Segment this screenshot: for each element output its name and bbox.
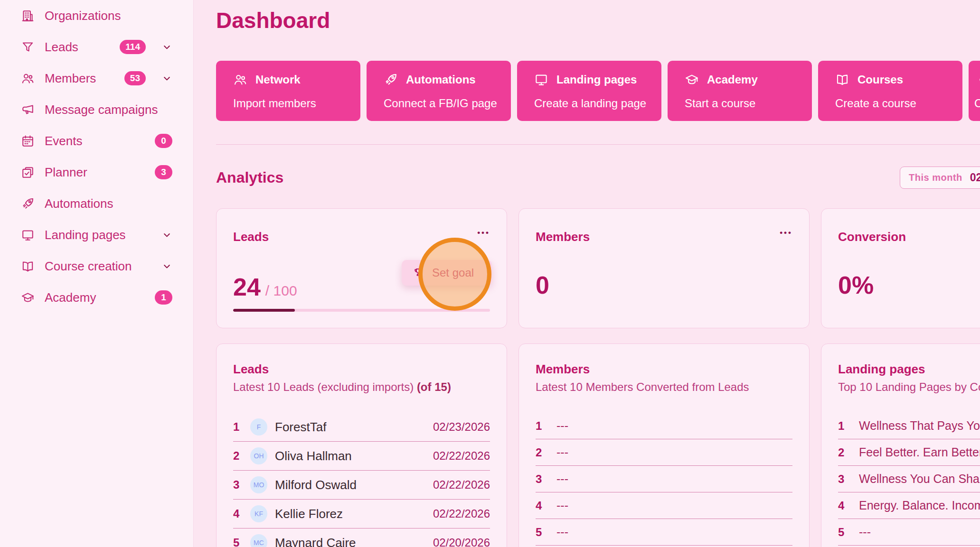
sidebar-item-message-campaigns[interactable]: Message campaigns: [0, 94, 193, 125]
table-row[interactable]: 5MCMaynard Caire02/20/2026: [233, 528, 490, 547]
sidebar-item-label: Message campaigns: [45, 102, 158, 117]
sidebar-item-automations[interactable]: Automations: [0, 188, 193, 219]
analytics-section-title: Analytics: [216, 169, 283, 186]
row-number: 1: [838, 419, 852, 433]
list-subtitle: Latest 10 Leads (excluding imports) (of …: [233, 380, 490, 394]
row-date: 02/22/2026: [433, 507, 490, 520]
row-number: 2: [838, 446, 852, 459]
count-badge: 1: [155, 290, 172, 305]
section-divider: [216, 144, 980, 145]
quick-action-subtitle: Create: [974, 97, 980, 110]
chevron-down-icon[interactable]: [161, 261, 172, 272]
table-row[interactable]: 3Wellness You Can Share: [838, 466, 980, 492]
chevron-down-icon[interactable]: [161, 73, 172, 84]
count-badge: 53: [124, 71, 146, 85]
leads-list-card: Leads Latest 10 Leads (excluding imports…: [216, 343, 507, 547]
sidebar-item-leads[interactable]: Leads114: [0, 31, 193, 63]
quick-action-title: Network: [255, 73, 301, 86]
gradcap-icon: [685, 73, 699, 87]
page-title: Dashboard: [216, 8, 980, 33]
row-number: 4: [536, 499, 550, 512]
row-number: 4: [233, 507, 247, 520]
row-date: 02/22/2026: [433, 478, 490, 491]
clipboard-icon: [21, 166, 35, 179]
table-row[interactable]: 5---: [536, 519, 792, 546]
ellipsis-menu-icon[interactable]: •••: [780, 230, 792, 236]
table-row[interactable]: 2---: [536, 439, 792, 466]
sidebar-item-label: Automations: [45, 196, 113, 211]
row-name: ForestTaf: [275, 420, 326, 435]
sidebar-item-course-creation[interactable]: Course creation: [0, 250, 193, 282]
sidebar-item-members[interactable]: Members53: [0, 63, 193, 94]
sidebar-item-events[interactable]: Events0: [0, 125, 193, 157]
period-selector-button[interactable]: This month 02/0: [900, 167, 980, 189]
table-row[interactable]: 2OHOliva Hallman02/22/2026: [233, 442, 490, 471]
sidebar-item-academy[interactable]: Academy1: [0, 282, 193, 313]
row-number: 3: [838, 473, 852, 486]
quick-action-title: Landing pages: [556, 73, 637, 86]
row-name: Kellie Florez: [275, 507, 343, 521]
analytics-header: Analytics This month 02/0: [216, 167, 980, 189]
sidebar: OrganizationsLeads114Members53Message ca…: [0, 0, 194, 547]
row-name: Milford Oswald: [275, 478, 357, 492]
rocket-icon: [384, 73, 398, 87]
table-row[interactable]: 3---: [536, 466, 792, 492]
row-name: Energy. Balance. Income.: [859, 499, 980, 512]
people-icon: [21, 72, 35, 85]
list-title: Members: [536, 362, 792, 377]
row-name: Feel Better. Earn Better.: [859, 445, 980, 459]
row-number: 2: [536, 446, 550, 459]
sidebar-item-label: Organizations: [45, 9, 121, 23]
sidebar-item-landing-pages[interactable]: Landing pages: [0, 219, 193, 250]
period-label: This month: [909, 172, 962, 183]
avatar: F: [250, 418, 267, 436]
quick-action-card-automations[interactable]: AutomationsConnect a FB/IG page: [367, 61, 511, 121]
analytics-cards-row: Leads ••• 24 / 100 Set goal Members •••: [216, 208, 980, 328]
leads-stat-card: Leads ••• 24 / 100 Set goal: [216, 208, 507, 328]
table-row[interactable]: 5---: [838, 519, 980, 546]
count-badge: 0: [155, 134, 172, 148]
quick-action-card-item[interactable]: Create: [969, 61, 980, 121]
building-icon: [21, 9, 35, 23]
table-row[interactable]: 1FForestTaf02/23/2026: [233, 413, 490, 442]
megaphone-icon: [21, 103, 35, 117]
chevron-down-icon[interactable]: [161, 230, 172, 241]
leads-rows: 1FForestTaf02/23/20262OHOliva Hallman02/…: [233, 413, 490, 547]
quick-action-title-row: Courses: [835, 73, 958, 87]
main-content: Dashboard NetworkImport membersAutomatio…: [194, 0, 980, 547]
quick-action-subtitle: Start a course: [685, 97, 807, 110]
quick-action-card-academy[interactable]: AcademyStart a course: [668, 61, 812, 121]
list-subtitle-bold: (of 15): [417, 380, 451, 393]
sidebar-item-organizations[interactable]: Organizations: [0, 0, 193, 31]
table-row[interactable]: 4---: [536, 492, 792, 519]
quick-action-card-landing-pages[interactable]: Landing pagesCreate a landing page: [517, 61, 661, 121]
lists-row: Leads Latest 10 Leads (excluding imports…: [216, 343, 980, 547]
table-row[interactable]: 4Energy. Balance. Income.: [838, 492, 980, 519]
funnel-icon: [21, 40, 35, 54]
quick-action-card-courses[interactable]: CoursesCreate a course: [818, 61, 962, 121]
monitor-icon: [21, 228, 35, 242]
leads-goal-value: / 100: [265, 283, 297, 299]
quick-action-title: Automations: [406, 73, 476, 86]
quick-actions-row: NetworkImport membersAutomationsConnect …: [216, 61, 980, 121]
calendar-icon: [21, 134, 35, 148]
quick-action-title-row: Network: [233, 73, 356, 87]
card-header: Conversion: [838, 230, 980, 244]
table-row[interactable]: 4KFKellie Florez02/22/2026: [233, 500, 490, 528]
ellipsis-menu-icon[interactable]: •••: [477, 230, 490, 236]
row-name: ---: [556, 499, 568, 512]
set-goal-menu-item[interactable]: Set goal: [402, 260, 492, 286]
quick-action-card-network[interactable]: NetworkImport members: [216, 61, 360, 121]
chevron-down-icon[interactable]: [161, 42, 172, 53]
leads-progress-fill: [233, 309, 295, 312]
table-row[interactable]: 2Feel Better. Earn Better.: [838, 439, 980, 466]
conversion-value: 0%: [838, 273, 874, 297]
table-row[interactable]: 3MOMilford Oswald02/22/2026: [233, 471, 490, 500]
sidebar-item-planner[interactable]: Planner3: [0, 157, 193, 188]
row-number: 5: [536, 526, 550, 539]
row-number: 5: [233, 536, 247, 547]
table-row[interactable]: 1Wellness That Pays You Back: [838, 413, 980, 439]
table-row[interactable]: 1---: [536, 413, 792, 439]
members-count-value: 0: [536, 273, 549, 297]
avatar: OH: [250, 447, 267, 464]
